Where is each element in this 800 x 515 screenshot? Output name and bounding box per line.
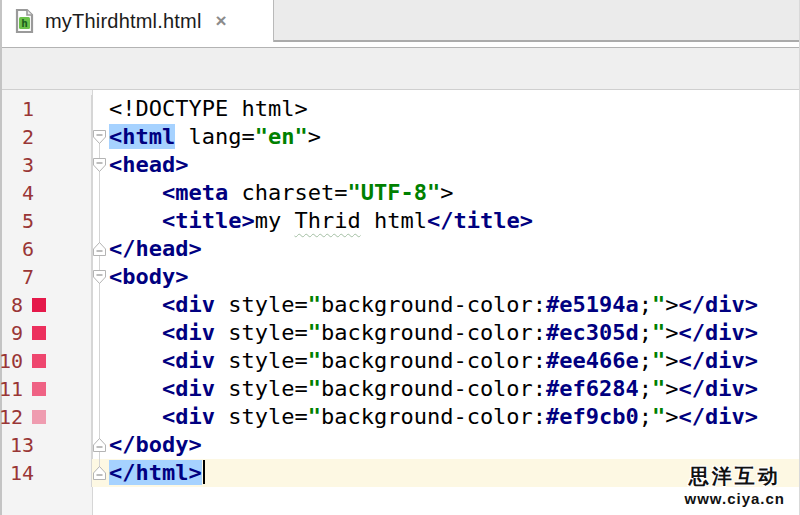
code-segment: <!DOCTYPE html> [109,96,308,121]
editor-tab-bar: h myThirdhtml.html × [2,0,799,42]
fold-column [92,235,108,263]
fold-column [92,179,108,207]
code-segment: </div> [679,376,758,401]
code-segment: " [652,404,665,429]
fold-collapse-icon[interactable] [92,269,107,285]
color-preview-swatch[interactable] [32,354,46,368]
code-segment: ; [639,376,652,401]
code-segment: > [665,348,678,373]
color-preview-swatch[interactable] [32,298,46,312]
code-segment: ; [639,348,652,373]
code-segment [109,376,162,401]
gutter-cell: 13 [2,431,92,459]
code-segment: " [308,292,321,317]
code-line: 13</body> [2,431,799,459]
code-segment: <div [162,348,215,373]
code-segment: <title> [162,208,255,233]
tab-mythirdhtml[interactable]: h myThirdhtml.html × [2,0,274,42]
code-segment: " [652,292,665,317]
code-segment: > [440,180,453,205]
code-segment: > [665,292,678,317]
line-number: 11 [0,375,23,403]
color-preview-swatch[interactable] [32,382,46,396]
code-segment: <head> [109,152,188,177]
tab-close-icon[interactable]: × [216,10,227,32]
code-segment: #ee466e [546,348,639,373]
navigation-toolbar-strip [2,47,799,90]
color-preview-swatch[interactable] [32,326,46,340]
code-line-text[interactable]: <div style="background-color:#ec305d;"><… [108,319,799,347]
code-editor[interactable]: 1<!DOCTYPE html>2<html lang="en">3<head>… [2,90,799,515]
gutter-cell: 5 [2,207,92,235]
code-line: 10 <div style="background-color:#ee466e;… [2,347,799,375]
fold-column [92,263,108,291]
code-line-text[interactable]: <div style="background-color:#e5194a;"><… [108,291,799,319]
code-segment: #ef6284 [546,376,639,401]
code-line-text[interactable]: <div style="background-color:#ef9cb0;"><… [108,403,799,431]
code-segment: #ec305d [546,320,639,345]
line-number: 10 [0,347,23,375]
code-line-text[interactable]: <head> [108,151,799,179]
line-number: 8 [11,291,23,319]
watermark-cn-text: 思洋互动 [685,463,785,490]
code-segment [109,180,162,205]
code-line: 12 <div style="background-color:#ef9cb0;… [2,403,799,431]
code-line-text[interactable]: <meta charset="UTF-8"> [108,179,799,207]
gutter-cell: 11 [2,375,92,403]
fold-collapse-end-icon[interactable] [92,241,107,257]
code-segment: html [361,208,427,233]
fold-collapse-icon[interactable] [92,129,107,145]
gutter-cell: 6 [2,235,92,263]
fold-collapse-end-icon[interactable] [92,437,107,453]
tab-title: myThirdhtml.html [45,10,202,33]
color-preview-swatch[interactable] [32,410,46,424]
code-line-text[interactable]: <div style="background-color:#ee466e;"><… [108,347,799,375]
code-segment: my [255,208,295,233]
code-line: 9 <div style="background-color:#ec305d;"… [2,319,799,347]
code-line-text[interactable]: <html lang="en"> [108,123,799,151]
code-segment: background-color: [321,320,546,345]
code-segment: " [308,348,321,373]
gutter-cell: 8 [2,291,92,319]
line-number: 12 [0,403,23,431]
code-segment [109,320,162,345]
fold-column [92,459,108,487]
code-line: 6</head> [2,235,799,263]
code-segment: <div [162,292,215,317]
code-segment: style= [215,376,308,401]
code-line-text[interactable]: <body> [108,263,799,291]
code-segment [109,208,162,233]
code-line-text[interactable]: </head> [108,235,799,263]
fold-collapse-icon[interactable] [92,157,107,173]
line-number: 14 [10,459,34,487]
code-line: 2<html lang="en"> [2,123,799,151]
gutter-cell: 2 [2,123,92,151]
line-number: 3 [22,151,34,179]
code-segment: > [665,404,678,429]
code-line-text[interactable]: <!DOCTYPE html> [108,95,799,123]
code-segment [109,292,162,317]
code-segment: charset= [228,180,347,205]
gutter-cell: 10 [2,347,92,375]
code-segment: #ef9cb0 [546,404,639,429]
tab-bar-empty-area [274,0,799,42]
line-number: 4 [22,179,34,207]
fold-column [92,151,108,179]
gutter-cell: 14 [2,459,92,487]
code-segment [109,348,162,373]
gutter-cell: 9 [2,319,92,347]
code-segment: style= [215,320,308,345]
code-line-text[interactable]: <div style="background-color:#ef6284;"><… [108,375,799,403]
fold-column [92,431,108,459]
line-number: 9 [11,319,23,347]
code-line: 5 <title>my Thrid html</title> [2,207,799,235]
code-segment: style= [215,348,308,373]
code-line: 1<!DOCTYPE html> [2,95,799,123]
gutter-cell: 7 [2,263,92,291]
code-line-text[interactable]: </body> [108,431,799,459]
fold-collapse-end-icon[interactable] [92,465,107,481]
code-segment: <div [162,404,215,429]
code-line-text[interactable]: <title>my Thrid html</title> [108,207,799,235]
site-watermark: 思洋互动 www.ciya.cn [685,463,785,507]
code-line: 7<body> [2,263,799,291]
